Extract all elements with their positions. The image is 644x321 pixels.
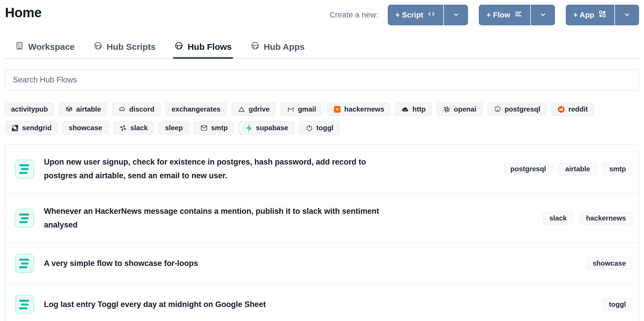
grid-icon <box>598 10 607 20</box>
top-bar: Home Create a new: + Script + Flow <box>5 0 639 26</box>
tag-showcase: showcase <box>586 257 632 269</box>
flow-split-button: + Flow <box>479 5 555 25</box>
new-app-dropdown-button[interactable] <box>615 5 639 25</box>
filter-chip-row: sendgridshowcaseslacksleepsmtpsupabaseto… <box>5 121 639 135</box>
filter-chip-hackernews[interactable]: Yhackernews <box>327 103 390 116</box>
flow-tags: toggl <box>602 298 632 311</box>
new-script-dropdown-button[interactable] <box>444 5 468 25</box>
tab-workspace[interactable]: Workspace <box>14 41 76 59</box>
hackernews-icon: Y <box>333 105 341 113</box>
filter-chip-label: slack <box>130 124 148 132</box>
new-app-label: + App <box>573 10 594 20</box>
flow-icon <box>15 209 34 228</box>
smtp-icon <box>200 124 208 132</box>
filter-chip-label: reddit <box>568 105 588 113</box>
create-buttons: + Script + Flow <box>388 5 639 25</box>
filter-chip-toggl[interactable]: toggl <box>299 121 340 135</box>
svg-text:HTTP: HTTP <box>403 109 408 111</box>
tab-label: Workspace <box>28 42 75 52</box>
create-new-section: Create a new: + Script + Flow <box>329 5 639 25</box>
flow-icon <box>15 159 34 179</box>
home-tabs: Workspace Hub Scripts Hub Flows Hub Apps <box>5 41 639 59</box>
globe-icon <box>250 41 260 52</box>
filter-chip-exchangerates[interactable]: exchangerates <box>166 103 227 116</box>
search-section <box>5 69 639 90</box>
new-flow-button[interactable]: + Flow <box>479 5 530 25</box>
tab-hub-flows[interactable]: Hub Flows <box>173 41 233 59</box>
home-page: Home Create a new: + Script + Flow <box>0 0 644 321</box>
filter-chip-label: http <box>412 105 426 113</box>
flow-row[interactable]: Upon new user signup, check for existenc… <box>5 144 639 193</box>
building-icon <box>15 41 24 52</box>
filter-chip-showcase[interactable]: showcase <box>63 121 108 135</box>
filter-chip-reddit[interactable]: reddit <box>551 103 594 116</box>
flow-tags: slackhackernews <box>543 212 632 224</box>
new-app-button[interactable]: + App <box>566 5 614 25</box>
filter-chip-label: postgresql <box>505 105 540 113</box>
tag-airtable: airtable <box>559 163 596 175</box>
filter-chip-label: sleep <box>165 124 183 132</box>
sendgrid-icon <box>11 124 19 132</box>
tab-label: Hub Apps <box>264 42 305 52</box>
filter-chip-label: openai <box>454 105 476 113</box>
filter-chips: activitypubairtablediscordexchangeratesg… <box>5 103 639 135</box>
filter-chip-discord[interactable]: discord <box>112 103 161 116</box>
flow-tags: postgresqlairtablesmtp <box>504 163 632 175</box>
filter-chip-label: showcase <box>69 124 102 132</box>
filter-chip-label: activitypub <box>11 105 48 113</box>
tag-toggl: toggl <box>602 298 632 311</box>
new-flow-dropdown-button[interactable] <box>531 5 555 25</box>
filter-chip-airtable[interactable]: airtable <box>59 103 107 116</box>
new-script-button[interactable]: + Script <box>388 5 443 25</box>
globe-icon <box>93 41 103 52</box>
flow-row[interactable]: Whenever an HackerNews message contains … <box>5 193 639 243</box>
filter-chip-label: hackernews <box>344 105 384 113</box>
tab-hub-scripts[interactable]: Hub Scripts <box>92 41 157 59</box>
filter-chip-gmail[interactable]: gmail <box>281 103 322 116</box>
filter-chip-supabase[interactable]: supabase <box>239 121 294 135</box>
bars-icon <box>514 10 523 20</box>
filter-chip-label: discord <box>129 105 154 113</box>
app-split-button: + App <box>566 5 639 25</box>
discord-icon <box>118 105 126 113</box>
filter-chip-sendgrid[interactable]: sendgrid <box>5 121 58 135</box>
filter-chip-sleep[interactable]: sleep <box>159 121 189 135</box>
supabase-icon <box>245 124 253 132</box>
page-title: Home <box>5 5 42 21</box>
reddit-icon <box>557 105 565 113</box>
flow-row[interactable]: A very simple flow to showcase for-loops… <box>5 243 639 284</box>
new-flow-label: + Flow <box>486 10 510 20</box>
filter-chip-gdrive[interactable]: gdrive <box>232 103 276 116</box>
airtable-icon <box>65 105 73 113</box>
flow-icon <box>15 295 34 314</box>
filter-chip-smtp[interactable]: smtp <box>194 121 234 135</box>
postgresql-icon <box>494 105 501 113</box>
filter-chip-postgresql[interactable]: postgresql <box>488 103 547 116</box>
tag-postgresql: postgresql <box>504 163 553 175</box>
slack-icon <box>119 124 127 132</box>
chevron-down-icon <box>539 10 547 20</box>
new-script-label: + Script <box>395 10 423 20</box>
tag-hackernews: hackernews <box>580 212 632 224</box>
filter-chip-slack[interactable]: slack <box>113 121 154 135</box>
filter-chip-row: activitypubairtablediscordexchangeratesg… <box>5 103 639 116</box>
script-split-button: + Script <box>388 5 468 25</box>
globe-icon <box>174 41 184 52</box>
search-hub-flows-input[interactable] <box>5 69 639 90</box>
http-icon: HTTP <box>401 105 409 113</box>
flow-row[interactable]: Log last entry Toggl every day at midnig… <box>5 284 639 321</box>
svg-text:Y: Y <box>336 107 339 112</box>
gdrive-icon <box>238 105 245 113</box>
tab-hub-apps[interactable]: Hub Apps <box>249 41 306 59</box>
toggl-icon <box>305 124 313 132</box>
hub-flows-list: Upon new user signup, check for existenc… <box>5 144 639 321</box>
filter-chip-http[interactable]: HTTPhttp <box>395 103 432 116</box>
filter-chip-label: sendgrid <box>22 124 51 132</box>
flow-title: Upon new user signup, check for existenc… <box>44 155 399 183</box>
code-icon <box>427 10 436 20</box>
filter-chip-openai[interactable]: openai <box>437 103 482 116</box>
tag-smtp: smtp <box>603 163 632 175</box>
chevron-down-icon <box>452 10 460 20</box>
filter-chip-activitypub[interactable]: activitypub <box>5 103 54 116</box>
create-a-new-label: Create a new: <box>329 10 378 20</box>
